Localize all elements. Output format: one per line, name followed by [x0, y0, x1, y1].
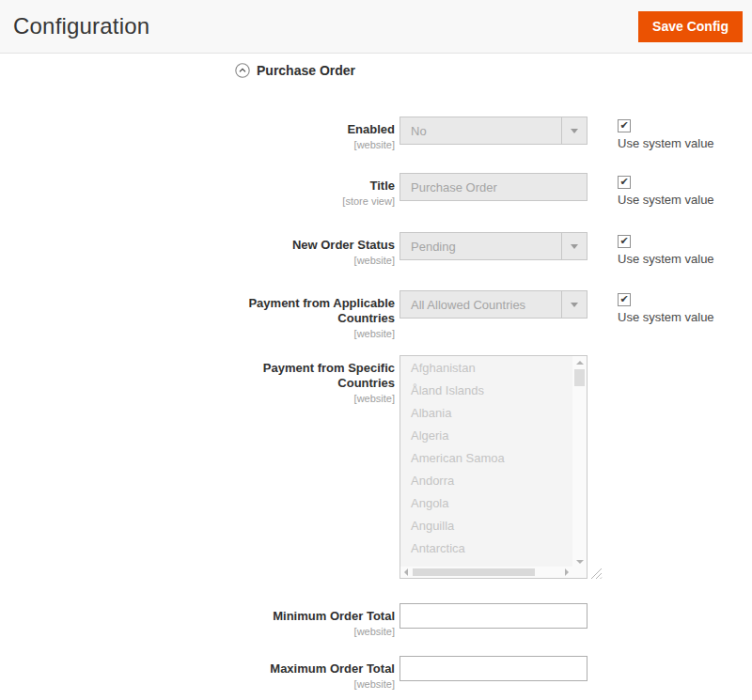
maximum-order-total-scope: [website] — [241, 678, 395, 691]
use-system-cell-enabled: ✔ Use system value — [618, 117, 714, 151]
scroll-up-icon — [576, 361, 584, 365]
resize-grip-icon[interactable] — [590, 568, 603, 580]
horizontal-scrollbar — [400, 567, 572, 578]
field-row-enabled: Enabled [website] No ✔ Use system value — [0, 117, 752, 151]
enabled-label: Enabled — [241, 122, 395, 137]
maximum-order-total-input[interactable] — [400, 656, 588, 681]
applicable-countries-select: All Allowed Countries — [400, 290, 588, 319]
specific-countries-label: Payment from Specific Countries — [241, 361, 395, 391]
country-option: Antigua and Barbuda — [400, 560, 572, 567]
page-header: Configuration Save Config — [0, 0, 752, 54]
scroll-down-icon — [576, 560, 584, 564]
purchase-order-form: Enabled [website] No ✔ Use system value … — [0, 117, 752, 700]
use-system-label: Use system value — [618, 193, 714, 207]
title-input — [400, 173, 588, 201]
dropdown-arrow-icon — [561, 117, 587, 144]
country-option: Albania — [400, 402, 572, 425]
use-system-cell-new-order-status: ✔ Use system value — [618, 232, 714, 267]
minimum-order-total-scope: [website] — [241, 626, 395, 638]
section-title: Purchase Order — [257, 63, 355, 78]
use-system-label: Use system value — [618, 136, 714, 150]
content-area: Purchase Order Enabled [website] No ✔ Us… — [0, 62, 752, 700]
new-order-status-select: Pending — [400, 232, 588, 260]
minimum-order-total-input[interactable] — [400, 603, 588, 629]
title-label: Title — [241, 179, 395, 194]
country-option: Åland Islands — [400, 380, 572, 402]
scrollbar-corner — [572, 567, 587, 578]
country-option: Algeria — [400, 425, 572, 447]
use-system-checkbox-new-order-status[interactable]: ✔ — [618, 235, 631, 248]
scroll-right-icon — [565, 568, 569, 576]
page-title: Configuration — [13, 13, 149, 39]
field-row-applicable-countries: Payment from Applicable Countries [websi… — [0, 290, 752, 340]
chevron-up-circle-icon — [235, 63, 250, 78]
enabled-select-value: No — [400, 117, 561, 144]
use-system-cell-title: ✔ Use system value — [618, 173, 714, 208]
minimum-order-total-label: Minimum Order Total — [241, 609, 395, 624]
new-order-status-label: New Order Status — [241, 238, 395, 253]
applicable-countries-label: Payment from Applicable Countries — [241, 296, 395, 326]
field-row-new-order-status: New Order Status [website] Pending ✔ Use… — [0, 232, 752, 267]
save-config-button[interactable]: Save Config — [638, 11, 743, 42]
scroll-left-icon — [404, 568, 408, 576]
title-scope: [store view] — [241, 195, 395, 208]
checkmark-icon: ✔ — [619, 236, 628, 246]
specific-countries-multiselect: AfghanistanÅland IslandsAlbaniaAlgeriaAm… — [400, 355, 588, 579]
checkmark-icon: ✔ — [619, 177, 628, 187]
maximum-order-total-label: Maximum Order Total — [241, 661, 395, 677]
new-order-status-scope: [website] — [241, 255, 395, 267]
new-order-status-select-value: Pending — [400, 233, 561, 259]
field-row-maximum-order-total: Maximum Order Total [website] — [0, 656, 752, 691]
use-system-checkbox-enabled[interactable]: ✔ — [618, 119, 631, 132]
field-row-specific-countries: Payment from Specific Countries [website… — [0, 355, 752, 579]
specific-countries-scope: [website] — [241, 393, 395, 405]
country-option: American Samoa — [400, 447, 572, 470]
dropdown-arrow-icon — [561, 291, 587, 318]
dropdown-arrow-icon — [561, 233, 587, 259]
country-option: Andorra — [400, 470, 572, 492]
horizontal-scroll-thumb — [413, 568, 535, 576]
enabled-scope: [website] — [241, 139, 395, 151]
field-row-minimum-order-total: Minimum Order Total [website] — [0, 603, 752, 638]
checkmark-icon: ✔ — [619, 294, 628, 304]
country-option: Angola — [400, 492, 572, 515]
use-system-checkbox-title[interactable]: ✔ — [618, 176, 631, 189]
use-system-label: Use system value — [618, 252, 714, 266]
section-header-purchase-order[interactable]: Purchase Order — [235, 62, 752, 79]
checkmark-icon: ✔ — [619, 120, 628, 131]
applicable-countries-scope: [website] — [241, 328, 395, 340]
applicable-countries-select-value: All Allowed Countries — [400, 291, 561, 318]
country-options-list: AfghanistanÅland IslandsAlbaniaAlgeriaAm… — [400, 356, 572, 567]
vertical-scroll-thumb — [574, 369, 585, 386]
use-system-checkbox-applicable-countries[interactable]: ✔ — [618, 293, 631, 306]
vertical-scrollbar — [572, 356, 587, 567]
country-option: Antarctica — [400, 537, 572, 560]
country-option: Anguilla — [400, 515, 572, 537]
use-system-cell-applicable-countries: ✔ Use system value — [618, 290, 714, 340]
country-option: Afghanistan — [400, 357, 572, 380]
use-system-label: Use system value — [618, 310, 714, 324]
enabled-select: No — [400, 117, 588, 145]
field-row-title: Title [store view] ✔ Use system value — [0, 173, 752, 208]
